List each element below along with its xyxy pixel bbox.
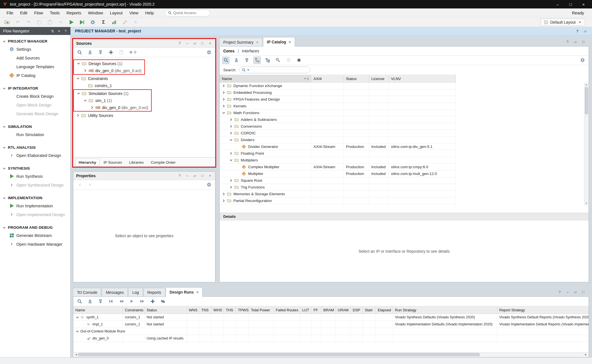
runs-column-ff[interactable]: FF — [312, 306, 321, 314]
runs-expand-all-button[interactable] — [97, 298, 104, 305]
ip-row-kernels[interactable]: Kernels — [220, 103, 456, 110]
help-button[interactable]: ? — [177, 174, 182, 178]
close-button[interactable]: × — [581, 2, 586, 6]
runs-column-whs[interactable]: WHS — [211, 306, 224, 314]
nav-section-header[interactable]: RTL ANALYSIS — [0, 144, 70, 151]
tab-messages[interactable]: Messages — [102, 288, 128, 296]
ip-search-box[interactable] — [239, 66, 310, 73]
details-header[interactable]: Details — [220, 213, 589, 220]
ip-search-button[interactable] — [222, 57, 229, 64]
close-icon[interactable]: × — [256, 40, 258, 44]
toolbar-paste-button[interactable] — [46, 19, 54, 26]
toolbar-cancel-button[interactable]: × — [132, 19, 139, 26]
float-button[interactable]: ▱ — [193, 174, 197, 178]
quick-access-box[interactable] — [165, 10, 210, 16]
nav-item-run-simulation[interactable]: Run Simulation — [0, 130, 70, 139]
sources-settings-button[interactable] — [205, 49, 213, 56]
sources-clipboard-button[interactable] — [118, 49, 125, 56]
close-icon[interactable]: × — [196, 290, 198, 294]
float-button[interactable]: ▱ — [193, 41, 197, 46]
minimize-button[interactable]: – — [185, 41, 189, 46]
nav-item-add-sources[interactable]: Add Sources — [0, 54, 70, 62]
sources-expand-all-button[interactable] — [97, 49, 104, 56]
nav-item-run-implementation[interactable]: Run Implementation — [0, 201, 70, 210]
scroll-down-arrow[interactable]: ▼ — [584, 201, 588, 205]
minimize-button[interactable]: – — [555, 2, 560, 6]
float-button[interactable]: ▱ — [573, 290, 578, 294]
tab-tcl-console[interactable]: Tcl Console — [73, 288, 101, 296]
help-button[interactable]: ? — [177, 41, 182, 46]
menu-item-file[interactable]: File — [3, 9, 16, 16]
sources-tree-row[interactable]: div_gen_0(div_gen_0.xci) — [74, 67, 142, 74]
runs-fast-backward-button[interactable] — [118, 298, 125, 305]
ip-row-partial-reconfiguration[interactable]: Partial Reconfiguration — [220, 197, 456, 204]
float-button[interactable]: ▱ — [583, 29, 587, 33]
toolbar-run-button[interactable] — [68, 19, 75, 26]
sources-panel-header[interactable]: Sources ?–▱□× — [73, 39, 215, 48]
toolbar-undo-button[interactable]: ↶ — [14, 19, 21, 26]
runs-column-run-strategy[interactable]: Run Strategy — [393, 306, 497, 314]
maximize-button[interactable]: □ — [200, 174, 205, 178]
close-icon[interactable]: × — [289, 40, 291, 44]
quick-access-input[interactable] — [173, 11, 204, 15]
runs-column-wns[interactable]: WNS — [187, 306, 199, 314]
toolbar-edit-button[interactable] — [121, 19, 129, 26]
menu-item-edit[interactable]: Edit — [17, 9, 30, 16]
nav-section-header[interactable]: IMPLEMENTATION — [0, 194, 70, 201]
scroll-thumb[interactable] — [585, 87, 588, 114]
menu-item-layout[interactable]: Layout — [107, 9, 126, 16]
sources-tree-row[interactable]: constrs_1 — [73, 82, 215, 89]
properties-back-button[interactable] — [76, 181, 83, 188]
toolbar-settings-button[interactable] — [89, 19, 96, 26]
toolbar-report-button[interactable] — [111, 19, 118, 26]
sources-tab-compile-order[interactable]: Compile Order — [148, 159, 179, 166]
runs-column-lut[interactable]: LUT — [300, 306, 312, 314]
maximize-button[interactable]: □ — [568, 2, 573, 6]
ip-row-adders-subtracters[interactable]: Adders & Subtracters — [220, 116, 456, 123]
ip-row-math-functions[interactable]: Math Functions — [220, 110, 456, 116]
runs-column-start[interactable]: Start — [363, 306, 376, 314]
ip-row-multiplier[interactable]: MultiplierProductionIncludedxilinx.com:i… — [220, 170, 456, 177]
nav-item-create-block-design[interactable]: Create Block Design — [0, 92, 70, 101]
ip-settings-button[interactable] — [579, 57, 586, 64]
ip-collapse-all-button[interactable] — [233, 57, 240, 64]
nav-item-language-templates[interactable]: Language Templates — [0, 62, 70, 71]
maximize-button[interactable]: □ — [581, 39, 586, 44]
runs-column-elapsed[interactable]: Elapsed — [376, 306, 393, 314]
ip-row-complex-multiplier[interactable]: Complex MultiplierAXI4-StreamProductionI… — [220, 164, 456, 170]
column-header-name[interactable]: Name1 — [220, 75, 311, 82]
menu-button[interactable]: ≡ — [57, 29, 61, 33]
minimize-button[interactable]: – — [565, 290, 570, 294]
sources-add-button[interactable] — [107, 49, 114, 56]
nav-item-open-implemented-design[interactable]: Open Implemented Design — [0, 210, 70, 219]
runs-percent-button[interactable]: % — [159, 298, 167, 305]
column-header-vlnv[interactable]: VLNV — [389, 75, 456, 82]
properties-panel-header[interactable]: Properties ?–▱□× — [73, 172, 215, 180]
help-button[interactable]: ? — [565, 39, 570, 44]
ip-row-square-root[interactable]: Square Root — [220, 177, 456, 184]
runs-column-ths[interactable]: THS — [224, 306, 236, 314]
run-row-div-gen-0[interactable]: div_gen_0Using cached IP results — [73, 335, 589, 342]
runs-fast-forward-button[interactable] — [138, 298, 146, 305]
ip-tree-view-button[interactable] — [264, 57, 271, 64]
horizontal-scrollbar[interactable]: ◀ ▶ — [74, 352, 588, 356]
nav-section-header[interactable]: SIMULATION — [0, 123, 70, 130]
runs-column-tpws[interactable]: TPWS — [236, 306, 249, 314]
ip-row-memories-storage-elements[interactable]: Memories & Storage Elements — [220, 191, 456, 197]
nav-section-header[interactable]: PROJECT MANAGER — [0, 38, 70, 45]
column-header-axi4[interactable]: AXI4 — [311, 75, 344, 82]
run-row-out-of-context-module-runs[interactable]: Out-of-Context Module Runs — [73, 328, 589, 335]
tab-reports[interactable]: Reports — [143, 288, 165, 296]
tab-ip-catalog[interactable]: IP Catalog× — [263, 37, 295, 46]
close-button[interactable]: × — [208, 41, 212, 46]
float-button[interactable]: ▱ — [573, 39, 578, 44]
maximize-button[interactable]: □ — [200, 41, 205, 46]
scroll-up-arrow[interactable]: ▲ — [584, 83, 588, 87]
runs-column-uram[interactable]: URAM — [336, 306, 351, 314]
ip-row-floating-point[interactable]: Floating Point — [220, 150, 456, 157]
nav-item-generate-block-design[interactable]: Generate Block Design — [0, 109, 70, 118]
sources-tree-row[interactable]: div_gen_0(div_gen_0.xci) — [74, 104, 148, 111]
runs-column-failed-routes[interactable]: Failed Routes — [274, 306, 300, 314]
sort-button[interactable]: ⇅ — [51, 29, 54, 33]
sources-tree-row[interactable]: sim_1(1) — [74, 97, 148, 104]
